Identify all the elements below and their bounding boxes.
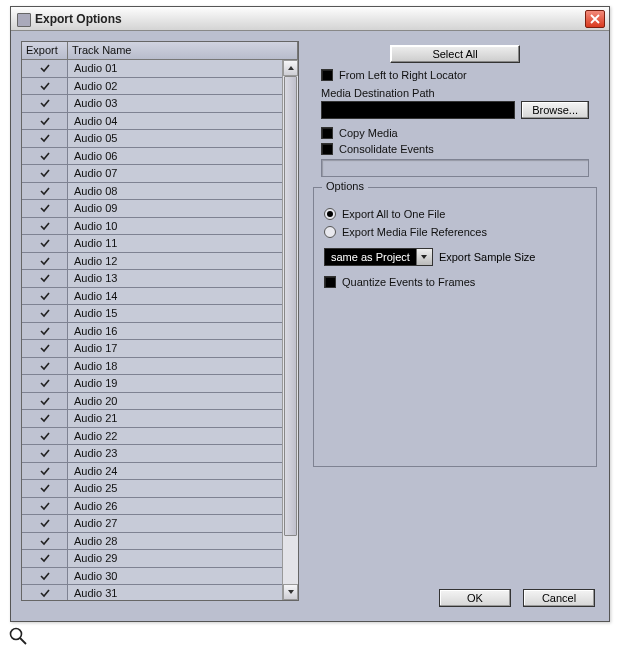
table-row[interactable]: Audio 26 — [22, 498, 282, 516]
export-check-cell[interactable] — [22, 165, 68, 182]
table-row[interactable]: Audio 17 — [22, 340, 282, 358]
media-destination-input[interactable] — [321, 101, 515, 119]
export-check-cell[interactable] — [22, 480, 68, 497]
left-right-locator-row[interactable]: From Left to Right Locator — [321, 69, 599, 81]
export-check-cell[interactable] — [22, 288, 68, 305]
table-row[interactable]: Audio 25 — [22, 480, 282, 498]
consolidate-row[interactable]: Consolidate Events — [321, 143, 599, 155]
export-check-cell[interactable] — [22, 253, 68, 270]
track-name-cell[interactable]: Audio 19 — [68, 375, 282, 392]
export-check-cell[interactable] — [22, 463, 68, 480]
scroll-up-button[interactable] — [283, 60, 298, 76]
track-name-cell[interactable]: Audio 15 — [68, 305, 282, 322]
track-name-cell[interactable]: Audio 26 — [68, 498, 282, 515]
track-name-cell[interactable]: Audio 23 — [68, 445, 282, 462]
track-name-cell[interactable]: Audio 10 — [68, 218, 282, 235]
table-row[interactable]: Audio 24 — [22, 463, 282, 481]
magnify-icon[interactable] — [8, 626, 28, 646]
export-check-cell[interactable] — [22, 533, 68, 550]
export-check-cell[interactable] — [22, 95, 68, 112]
table-row[interactable]: Audio 02 — [22, 78, 282, 96]
dropdown-arrow-button[interactable] — [416, 249, 432, 265]
track-name-cell[interactable]: Audio 03 — [68, 95, 282, 112]
track-name-cell[interactable]: Audio 25 — [68, 480, 282, 497]
table-row[interactable]: Audio 20 — [22, 393, 282, 411]
export-check-cell[interactable] — [22, 183, 68, 200]
quantize-events-checkbox[interactable] — [324, 276, 336, 288]
track-name-cell[interactable]: Audio 04 — [68, 113, 282, 130]
export-check-cell[interactable] — [22, 393, 68, 410]
copy-media-checkbox[interactable] — [321, 127, 333, 139]
table-row[interactable]: Audio 04 — [22, 113, 282, 131]
export-check-cell[interactable] — [22, 235, 68, 252]
export-check-cell[interactable] — [22, 375, 68, 392]
sample-size-dropdown[interactable]: same as Project — [324, 248, 433, 266]
track-name-cell[interactable]: Audio 05 — [68, 130, 282, 147]
track-name-cell[interactable]: Audio 13 — [68, 270, 282, 287]
export-check-cell[interactable] — [22, 78, 68, 95]
track-name-cell[interactable]: Audio 18 — [68, 358, 282, 375]
scrollbar-thumb[interactable] — [284, 76, 297, 536]
table-row[interactable]: Audio 11 — [22, 235, 282, 253]
track-name-cell[interactable]: Audio 08 — [68, 183, 282, 200]
export-check-cell[interactable] — [22, 130, 68, 147]
column-header-export[interactable]: Export — [22, 42, 68, 59]
table-row[interactable]: Audio 06 — [22, 148, 282, 166]
table-row[interactable]: Audio 19 — [22, 375, 282, 393]
table-row[interactable]: Audio 13 — [22, 270, 282, 288]
browse-button[interactable]: Browse... — [521, 101, 589, 119]
export-all-radio-row[interactable]: Export All to One File — [324, 208, 586, 220]
track-name-cell[interactable]: Audio 27 — [68, 515, 282, 532]
export-check-cell[interactable] — [22, 200, 68, 217]
track-name-cell[interactable]: Audio 21 — [68, 410, 282, 427]
track-name-cell[interactable]: Audio 17 — [68, 340, 282, 357]
table-row[interactable]: Audio 07 — [22, 165, 282, 183]
track-name-cell[interactable]: Audio 06 — [68, 148, 282, 165]
export-check-cell[interactable] — [22, 410, 68, 427]
column-header-track-name[interactable]: Track Name — [68, 42, 298, 59]
close-button[interactable] — [585, 10, 605, 28]
table-row[interactable]: Audio 29 — [22, 550, 282, 568]
table-row[interactable]: Audio 03 — [22, 95, 282, 113]
table-row[interactable]: Audio 08 — [22, 183, 282, 201]
vertical-scrollbar[interactable] — [282, 60, 298, 600]
scroll-down-button[interactable] — [283, 584, 298, 600]
table-row[interactable]: Audio 23 — [22, 445, 282, 463]
table-row[interactable]: Audio 31 — [22, 585, 282, 600]
export-check-cell[interactable] — [22, 568, 68, 585]
table-row[interactable]: Audio 28 — [22, 533, 282, 551]
export-check-cell[interactable] — [22, 323, 68, 340]
track-name-cell[interactable]: Audio 14 — [68, 288, 282, 305]
track-name-cell[interactable]: Audio 09 — [68, 200, 282, 217]
select-all-button[interactable]: Select All — [390, 45, 520, 63]
export-refs-radio-row[interactable]: Export Media File References — [324, 226, 586, 238]
table-row[interactable]: Audio 12 — [22, 253, 282, 271]
export-check-cell[interactable] — [22, 428, 68, 445]
track-name-cell[interactable]: Audio 02 — [68, 78, 282, 95]
track-name-cell[interactable]: Audio 11 — [68, 235, 282, 252]
track-name-cell[interactable]: Audio 30 — [68, 568, 282, 585]
table-row[interactable]: Audio 21 — [22, 410, 282, 428]
export-check-cell[interactable] — [22, 218, 68, 235]
table-row[interactable]: Audio 30 — [22, 568, 282, 586]
export-refs-radio[interactable] — [324, 226, 336, 238]
table-row[interactable]: Audio 10 — [22, 218, 282, 236]
export-check-cell[interactable] — [22, 340, 68, 357]
track-name-cell[interactable]: Audio 12 — [68, 253, 282, 270]
track-name-cell[interactable]: Audio 07 — [68, 165, 282, 182]
track-name-cell[interactable]: Audio 28 — [68, 533, 282, 550]
left-right-locator-checkbox[interactable] — [321, 69, 333, 81]
export-check-cell[interactable] — [22, 445, 68, 462]
track-name-cell[interactable]: Audio 01 — [68, 60, 282, 77]
table-row[interactable]: Audio 27 — [22, 515, 282, 533]
table-row[interactable]: Audio 22 — [22, 428, 282, 446]
export-check-cell[interactable] — [22, 270, 68, 287]
track-name-cell[interactable]: Audio 31 — [68, 585, 282, 600]
export-check-cell[interactable] — [22, 498, 68, 515]
consolidate-events-checkbox[interactable] — [321, 143, 333, 155]
track-name-cell[interactable]: Audio 29 — [68, 550, 282, 567]
track-name-cell[interactable]: Audio 24 — [68, 463, 282, 480]
export-all-radio[interactable] — [324, 208, 336, 220]
export-check-cell[interactable] — [22, 550, 68, 567]
ok-button[interactable]: OK — [439, 589, 511, 607]
